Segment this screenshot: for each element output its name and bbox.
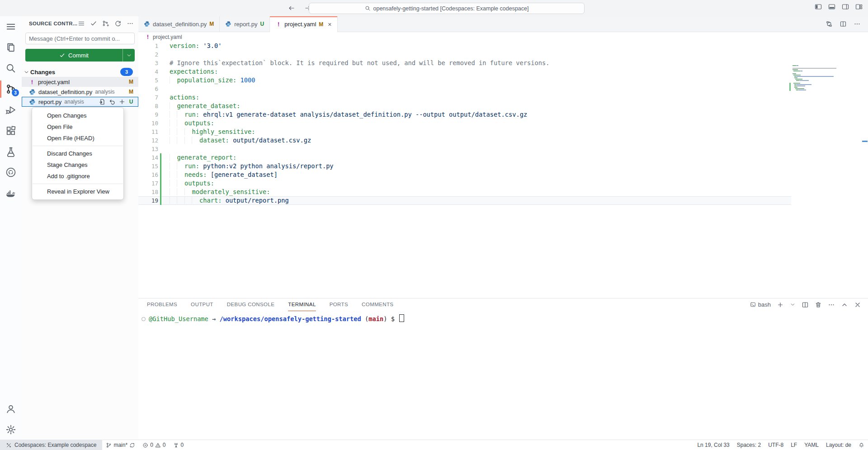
- toggle-sidebar-button[interactable]: [815, 3, 822, 10]
- code-line[interactable]: 17 outputs:: [138, 179, 791, 188]
- close-panel-button[interactable]: [854, 301, 861, 308]
- close-tab-button[interactable]: ×: [328, 21, 331, 28]
- kill-terminal-button[interactable]: [815, 301, 822, 308]
- maximize-panel-button[interactable]: [841, 301, 848, 308]
- terminal-view[interactable]: @GitHub_Username → /workspaces/opensafel…: [138, 311, 868, 323]
- menu-button[interactable]: [0, 16, 22, 37]
- code-line[interactable]: 7actions:: [138, 93, 791, 102]
- sidebar-item-testing[interactable]: [0, 141, 22, 162]
- encoding-item[interactable]: UTF-8: [764, 440, 787, 450]
- split-editor-button[interactable]: [840, 20, 847, 28]
- problems-status-item[interactable]: 0 0: [139, 440, 169, 450]
- code-line[interactable]: 6: [138, 85, 791, 93]
- code-line[interactable]: 15 run: python:v2 python analysis/report…: [138, 162, 791, 171]
- context-menu-item[interactable]: Discard Changes: [32, 148, 123, 159]
- changes-section-header[interactable]: Changes 3: [22, 67, 138, 77]
- refresh-button[interactable]: [114, 20, 122, 27]
- code-line[interactable]: 12 dataset: output/dataset.csv.gz: [138, 136, 791, 145]
- code-line[interactable]: 4expectations:: [138, 67, 791, 76]
- discard-changes-button[interactable]: [108, 98, 116, 105]
- terminal-dropdown-button[interactable]: [790, 302, 796, 308]
- tab-problems[interactable]: PROBLEMS: [147, 298, 177, 311]
- remote-indicator[interactable]: Codespaces: Example codespace: [0, 440, 102, 450]
- more-actions-button[interactable]: [127, 20, 134, 27]
- accounts-button[interactable]: [0, 398, 22, 419]
- code-line[interactable]: 19 chart: output/report.png: [138, 196, 791, 205]
- code-line[interactable]: 14 generate_report:: [138, 153, 791, 162]
- code-line[interactable]: 5 population_size: 1000: [138, 76, 791, 85]
- tab-dirty-badge: M: [319, 21, 323, 28]
- tab-project-yaml[interactable]: ! project.yaml M ×: [270, 16, 337, 32]
- context-menu-item[interactable]: Open Changes: [32, 110, 123, 121]
- code-line[interactable]: 11 highly_sensitive:: [138, 128, 791, 136]
- layout-item[interactable]: Layout: de: [822, 440, 855, 450]
- branch-label: main*: [113, 442, 127, 448]
- commit-button[interactable]: Commit: [25, 49, 123, 62]
- branch-status-item[interactable]: main*: [102, 440, 139, 450]
- split-terminal-button[interactable]: [802, 301, 809, 308]
- ports-status-item[interactable]: 0: [170, 440, 188, 450]
- tab-terminal[interactable]: TERMINAL: [288, 298, 316, 311]
- cursor-position-item[interactable]: Ln 19, Col 33: [693, 440, 733, 450]
- code-line[interactable]: 2: [138, 50, 791, 59]
- commit-message-input[interactable]: [25, 33, 135, 44]
- yaml-file-icon: !: [29, 79, 35, 85]
- code-line[interactable]: 1version: '3.0': [138, 42, 791, 50]
- tab-debug-console[interactable]: DEBUG CONSOLE: [227, 298, 275, 311]
- context-menu-item[interactable]: Add to .gitignore: [32, 171, 123, 182]
- notifications-button[interactable]: [855, 440, 868, 450]
- indentation-item[interactable]: Spaces: 2: [733, 440, 764, 450]
- eol-item[interactable]: LF: [787, 440, 801, 450]
- scm-file-dataset-definition[interactable]: dataset_definition.py analysis M: [22, 87, 138, 97]
- back-button[interactable]: [287, 3, 297, 13]
- code-editor[interactable]: 1version: '3.0'23# Ignore this`expectati…: [138, 42, 868, 298]
- sidebar-item-docker[interactable]: [0, 183, 22, 204]
- more-actions-button[interactable]: [854, 20, 861, 28]
- context-menu-item[interactable]: Open File: [32, 121, 123, 133]
- toggle-secondary-sidebar-button[interactable]: [842, 3, 849, 10]
- language-mode-item[interactable]: YAML: [801, 440, 822, 450]
- terminal-shell-selector[interactable]: bash: [750, 301, 771, 308]
- commit-dropdown-button[interactable]: [123, 49, 135, 62]
- panel-more-actions-button[interactable]: [828, 301, 835, 308]
- sidebar-item-search[interactable]: [0, 58, 22, 79]
- tab-comments[interactable]: COMMENTS: [362, 298, 393, 311]
- code-line[interactable]: 9 run: ehrql:v1 generate-dataset analysi…: [138, 110, 791, 119]
- python-file-icon: [29, 99, 36, 105]
- code-line[interactable]: 8 generate_dataset:: [138, 102, 791, 110]
- context-menu-item[interactable]: Open File (HEAD): [32, 133, 123, 144]
- scm-file-report-py[interactable]: report.py analysis U: [22, 97, 138, 107]
- sidebar-item-extensions[interactable]: [0, 120, 22, 141]
- open-changes-button[interactable]: [826, 20, 833, 28]
- breadcrumb[interactable]: ! project.yaml: [138, 32, 868, 42]
- code-line[interactable]: 13: [138, 145, 791, 153]
- code-line[interactable]: 10 outputs:: [138, 119, 791, 128]
- source-control-graph-button[interactable]: [102, 20, 109, 27]
- stage-changes-button[interactable]: [118, 98, 126, 105]
- tab-report-py[interactable]: report.py U: [220, 16, 270, 32]
- code-line[interactable]: 3# Ignore this`expectation` block. It is…: [138, 59, 791, 67]
- tab-dataset-definition[interactable]: dataset_definition.py M: [138, 16, 220, 32]
- customize-layout-button[interactable]: [855, 3, 863, 10]
- context-menu-item[interactable]: Reveal in Explorer View: [32, 186, 123, 197]
- code-line[interactable]: 16 needs: [generate_dataset]: [138, 171, 791, 179]
- file-name: dataset_definition.py: [38, 89, 92, 95]
- sidebar-item-run-debug[interactable]: [0, 99, 22, 120]
- command-center[interactable]: opensafely-getting-started [Codespaces: …: [309, 3, 585, 14]
- toggle-panel-button[interactable]: [828, 3, 835, 10]
- tab-ports[interactable]: PORTS: [330, 298, 348, 311]
- sidebar-item-source-control[interactable]: 3: [0, 79, 22, 99]
- sidebar-item-explorer[interactable]: [0, 37, 22, 58]
- scm-file-project-yaml[interactable]: ! project.yaml M: [22, 77, 138, 87]
- tab-output[interactable]: OUTPUT: [191, 298, 213, 311]
- minimap[interactable]: [792, 65, 862, 91]
- commit-check-button[interactable]: [90, 20, 97, 27]
- context-menu-item[interactable]: Stage Changes: [32, 159, 123, 171]
- new-terminal-button[interactable]: [777, 301, 784, 308]
- open-file-button[interactable]: [99, 98, 106, 105]
- refresh-icon: [114, 20, 122, 27]
- settings-button[interactable]: [0, 419, 22, 440]
- code-line[interactable]: 18 moderately_sensitive:: [138, 188, 791, 196]
- view-as-list-button[interactable]: [78, 20, 85, 27]
- sidebar-item-github[interactable]: [0, 162, 22, 183]
